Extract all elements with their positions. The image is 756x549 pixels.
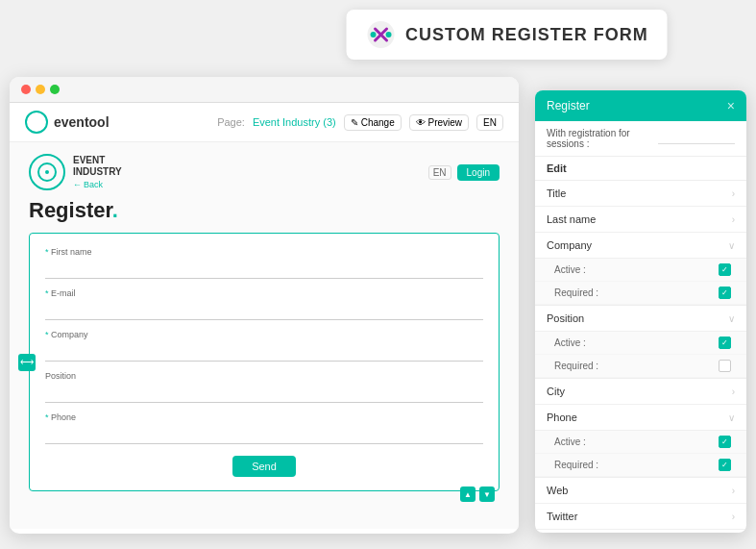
phone-active-checkbox[interactable]: ✓ [719,436,731,448]
dot-red[interactable] [21,85,31,94]
logo-circle-icon [25,111,48,134]
svg-point-1 [370,32,376,37]
panel-row-web[interactable]: Web › [535,478,746,504]
dot-yellow[interactable] [36,85,45,94]
panel-row-title[interactable]: Title › [535,181,746,207]
with-sessions-row: With registration for sessions : [535,121,746,157]
event-logo-dot [45,170,49,174]
chevron-down-icon: ∨ [728,313,735,324]
panel-row-phone[interactable]: Phone ∨ [535,405,746,431]
back-link[interactable]: ← Back [73,180,122,189]
phone-active-label: Active : [554,437,586,447]
phone-label: * Phone [45,412,483,422]
app-header: eventool Page: Event Industry (3) ✎ Chan… [10,103,519,142]
event-logo-inner [37,162,57,182]
form-icon-down[interactable]: ▼ [479,487,495,502]
panel-row-phone-label: Phone [547,412,577,423]
event-lang-btn[interactable]: EN [428,165,451,180]
panel-row-linkedin[interactable]: LinkedIn › [535,530,746,533]
position-active-row: Active : ✓ [535,332,746,355]
form-group-company: * Company [45,330,483,362]
chevron-right-icon: › [732,512,735,522]
panel-row-company[interactable]: Company ∨ [535,233,746,259]
arrow-left-icon: ← [73,180,82,189]
event-name: EVENT INDUSTRY ← Back [73,155,122,189]
company-active-label: Active : [554,264,586,275]
chevron-right-icon: › [732,387,735,397]
company-active-checkbox[interactable]: ✓ [719,263,731,276]
svg-point-2 [385,32,391,37]
position-active-label: Active : [554,337,586,348]
company-required-checkbox[interactable]: ✓ [719,287,731,299]
company-required-label: Required : [554,287,598,298]
browser-content: eventool Page: Event Industry (3) ✎ Chan… [10,103,519,529]
company-required-row: Required : ✓ [535,282,746,305]
email-label: * E-mail [45,288,483,298]
phone-active-row: Active : ✓ [535,431,746,454]
badge-title: CUSTOM REGISTER FORM [405,25,648,45]
language-button[interactable]: EN [476,114,503,131]
page-inner: EVENT INDUSTRY ← Back EN Login [10,142,519,503]
form-expand-icon[interactable]: ⟷ [18,354,36,371]
chevron-down-icon: ∨ [728,240,735,251]
company-label: * Company [45,330,483,339]
company-sub-section: Active : ✓ Required : ✓ [535,259,746,306]
title-dot: . [112,198,118,222]
form-icon-up[interactable]: ▲ [460,487,476,502]
edit-section: Edit [535,157,746,181]
page-value: Event Industry (3) [253,116,336,128]
panel-row-lastname[interactable]: Last name › [535,207,746,233]
panel-row-lastname-label: Last name [547,213,596,225]
company-input[interactable] [45,343,483,362]
sessions-input[interactable] [658,133,735,144]
form-group-position: Position [45,371,483,403]
chevron-right-icon: › [732,486,735,496]
position-input[interactable] [45,385,483,403]
submit-button[interactable]: Send [232,456,296,477]
phone-required-checkbox[interactable]: ✓ [719,459,731,471]
position-label: Position [45,371,483,381]
phone-required-row: Required : ✓ [535,454,746,477]
panel-row-title-label: Title [547,187,566,199]
form-submit-area: Send [45,456,483,477]
position-active-checkbox[interactable]: ✓ [719,337,731,349]
phone-required-label: Required : [554,460,598,470]
preview-button[interactable]: 👁 Preview [409,114,469,131]
page-label: Page: [217,116,245,128]
phone-input[interactable] [45,426,483,444]
firstname-label: * First name [45,247,483,257]
chevron-right-icon: › [732,214,735,225]
email-input[interactable] [45,302,483,320]
dot-green[interactable] [50,85,60,94]
panel-row-web-label: Web [547,485,568,496]
event-name-text: EVENT INDUSTRY [73,155,122,178]
panel-row-twitter-label: Twitter [547,511,577,522]
panel-row-city[interactable]: City › [535,379,746,405]
position-required-row: Required : [535,355,746,378]
phone-sub-section: Active : ✓ Required : ✓ [535,431,746,478]
top-badge: CUSTOM REGISTER FORM [346,10,668,60]
panel-row-position[interactable]: Position ∨ [535,306,746,332]
app-logo-text: eventool [54,114,110,130]
change-button[interactable]: ✎ Change [344,114,402,131]
right-panel: Register × With registration for session… [535,90,746,533]
chevron-down-icon: ∨ [728,412,735,423]
position-required-label: Required : [554,361,598,371]
panel-close-button[interactable]: × [727,98,735,113]
form-group-firstname: * First name [45,247,483,279]
app-logo: eventool [25,111,110,134]
register-form: ⟷ * First name * E-mail [29,233,500,491]
login-button[interactable]: Login [457,164,500,181]
position-sub-section: Active : ✓ Required : [535,332,746,379]
event-header-right: EN Login [428,164,500,181]
panel-row-twitter[interactable]: Twitter › [535,504,746,530]
brand-logo-icon [365,19,396,50]
eye-icon: 👁 [416,117,426,128]
browser-dots [21,85,60,94]
panel-title: Register [547,99,590,112]
position-required-checkbox[interactable] [719,360,731,372]
panel-header: Register × [535,90,746,121]
panel-row-city-label: City [547,386,565,397]
change-icon: ✎ [351,117,358,128]
firstname-input[interactable] [45,261,483,279]
